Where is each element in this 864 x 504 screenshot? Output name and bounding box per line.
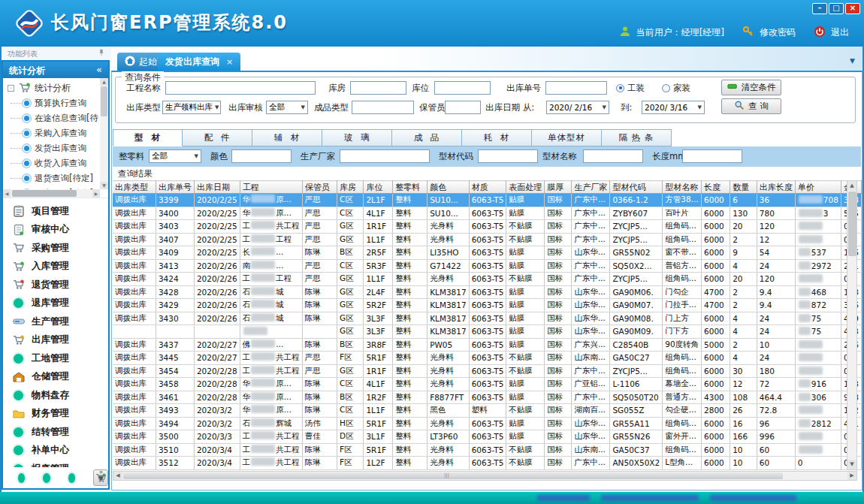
sidebar-item-8[interactable]: 工地管理 (3, 349, 108, 368)
table-row[interactable]: 调拨出库34372020/2/27佛...陈琳B区3R8F整料PW056063-… (113, 338, 862, 352)
table-row[interactable]: 调拨出库34002020/2/25华原...严思C区4L1F整料SU10...6… (113, 207, 862, 220)
scroll-left-icon[interactable]: ◀ (113, 472, 122, 480)
material-tab-3[interactable]: 玻 璃 (322, 129, 392, 146)
tab-shipment-outbound-query[interactable]: 发货出库查询 × (158, 53, 240, 71)
material-tab-4[interactable]: 成 品 (392, 129, 462, 146)
column-header-0[interactable]: 出库类型 (113, 181, 156, 194)
table-row[interactable]: 调拨出库34072020/2/25工工程严思G区1L1F整料光身料6063-T5… (113, 233, 862, 246)
project-name-input[interactable] (165, 81, 316, 95)
scroll-right-icon[interactable]: ▶ (847, 472, 856, 480)
column-header-17[interactable]: 出库长度 (757, 181, 795, 194)
maximize-button[interactable]: □ (829, 3, 844, 14)
tree-root-item[interactable]: - 统计分析 (5, 80, 98, 95)
scroll-right-icon[interactable]: ▶ (92, 189, 100, 198)
whole-part-select[interactable]: 全部▼ (149, 149, 201, 163)
outbound-audit-select[interactable]: 全部▼ (266, 101, 308, 114)
sidebar-item-0[interactable]: 项目管理 (3, 202, 108, 221)
length-input[interactable] (682, 149, 742, 163)
column-header-7[interactable]: 整零料 (393, 181, 427, 194)
warehouse-input[interactable] (350, 81, 406, 95)
sidebar-item-2[interactable]: 采购管理 (3, 239, 108, 258)
tree-item-5[interactable]: 退货查询[待定] (5, 171, 98, 186)
sidebar-item-9[interactable]: 仓储管理 (3, 368, 108, 387)
column-header-18[interactable]: 单价 (795, 181, 841, 194)
sidebar-item-12[interactable]: 结转管理 (3, 423, 108, 442)
column-header-14[interactable]: 型材名称 (663, 181, 702, 194)
column-header-3[interactable]: 工程 (240, 181, 302, 194)
search-button[interactable]: 查 询 (721, 98, 781, 114)
date-from-select[interactable]: 2020/ 2/16▼ (546, 101, 609, 114)
sidebar-item-4[interactable]: 退货管理 (3, 276, 108, 294)
tree-item-3[interactable]: 发货出库查询 (5, 140, 98, 155)
tree-item-4[interactable]: 收货入库查询 (5, 155, 98, 171)
table-row[interactable]: 调拨出库33992020/2/25华原...严思C区2L1F整料SU10...6… (113, 194, 862, 207)
logout-link[interactable]: 退出 (831, 26, 849, 39)
column-header-16[interactable]: 数量 (730, 181, 757, 194)
column-header-15[interactable]: 长度 (702, 181, 730, 194)
column-header-6[interactable]: 库位 (364, 181, 393, 194)
table-row[interactable]: 调拨出库34942020/3/2石辉城汤伟H区5R1F整料光身料6063-T5贴… (113, 417, 862, 430)
sidebar-item-10[interactable]: 物料盘存 (3, 386, 108, 405)
sidebar-item-6[interactable]: 生产管理 (3, 312, 108, 331)
table-row[interactable]: 调拨出库35122020/3/4工共工程陈琳F区1L2F整料光身料6063-T5… (113, 457, 862, 470)
table-row[interactable]: 调拨出库34612020/2/28华原...陈琳B区1R2F整料F8877FT6… (113, 391, 862, 404)
material-tab-1[interactable]: 配 件 (183, 129, 252, 146)
keeper-input[interactable] (445, 101, 481, 114)
close-button[interactable]: × (845, 3, 860, 14)
manufacturer-input[interactable] (340, 149, 430, 163)
scrollbar-thumb[interactable] (12, 190, 77, 197)
material-tab-7[interactable]: 隔 热 条 (602, 129, 672, 146)
order-no-input[interactable] (545, 81, 607, 95)
column-header-1[interactable]: 出库单号 (156, 181, 194, 194)
minimize-button[interactable]: – (812, 3, 827, 14)
change-password-link[interactable]: 修改密码 (760, 26, 796, 39)
collapse-icon[interactable]: « (96, 64, 102, 75)
material-tab-0[interactable]: 型 材 (113, 129, 183, 146)
grid-horizontal-scrollbar[interactable]: ◀ ||| ▶ (113, 471, 857, 481)
table-row[interactable]: 调拨出库34542020/2/28工共工程严思G区1R1F整料光身料6063-T… (113, 364, 862, 378)
more-items-chevron[interactable]: »▼ (98, 469, 104, 482)
tree-item-2[interactable]: 采购入库查询 (5, 125, 98, 140)
clear-conditions-button[interactable]: 清空条件 (721, 80, 781, 95)
scrollbar-thumb[interactable] (101, 86, 107, 116)
column-header-9[interactable]: 材质 (469, 181, 506, 194)
table-row[interactable]: 调拨出库34452020/2/27工共工程严思F区5R1F整料光身料6063-T… (113, 352, 862, 365)
pin-icon[interactable] (98, 49, 105, 58)
sidebar-item-13[interactable]: 补单中心 (3, 442, 108, 460)
column-header-8[interactable]: 颜色 (427, 181, 470, 194)
date-to-select[interactable]: 2020/ 3/16▼ (642, 101, 705, 114)
product-type-input[interactable] (352, 101, 414, 114)
location-input[interactable] (434, 81, 491, 95)
profile-name-input[interactable] (583, 149, 643, 163)
column-header-2[interactable]: 出库日期 (194, 181, 240, 194)
tree-item-1[interactable]: 在途信息查询[待 (5, 110, 98, 125)
tree-vertical-scrollbar[interactable]: ▲ ▼ (100, 78, 108, 189)
scrollbar-thumb[interactable] (848, 192, 856, 256)
quick-dot-icon[interactable] (18, 473, 25, 483)
scroll-left-icon[interactable]: ◀ (3, 189, 11, 198)
quick-dot-icon[interactable] (68, 473, 75, 483)
scroll-up-icon[interactable]: ▲ (847, 181, 856, 191)
table-row[interactable]: 调拨出库34302020/2/26石城陈琳G区3L3F整料KLM38176063… (113, 312, 862, 325)
table-row[interactable]: 调拨出库35002020/3/3工共工程曹佳D区3L1F整料LT3P606063… (113, 430, 862, 444)
column-header-11[interactable]: 膜厚 (545, 181, 572, 194)
table-row[interactable]: 调拨出库34032020/2/25工共工程严思G区1R1F整料光身料6063-T… (113, 220, 862, 234)
scrollbar-thumb[interactable] (123, 472, 783, 479)
material-tab-6[interactable]: 单体型材 (532, 129, 602, 146)
table-row[interactable]: 调拨出库34092020/2/25长...陈琳B区2R5F整料LI35HO606… (113, 246, 862, 260)
radio-jiazhuang[interactable]: 家装 (662, 81, 690, 95)
table-row[interactable]: 调拨出库34282020/2/26石城陈琳G区2L4F整料KLM38176063… (113, 285, 862, 299)
tree-item-0[interactable]: 预算执行查询 (5, 95, 98, 110)
sidebar-item-7[interactable]: 出库管理 (3, 331, 108, 350)
table-row[interactable]: G区3L3F整料KLM38176063-T5贴膜国标山东华...GA90M09.… (113, 325, 862, 339)
tab-close-icon[interactable]: × (226, 57, 233, 67)
sidebar-item-1[interactable]: 审核中心 (3, 221, 108, 240)
sidebar-item-14[interactable]: 报废管理 (3, 460, 108, 467)
column-header-10[interactable]: 表面处理 (506, 181, 545, 194)
outbound-type-select[interactable]: 生产领料出库▼ (162, 101, 221, 114)
tree-horizontal-scrollbar[interactable]: ◀ ▶ (3, 189, 100, 198)
column-header-13[interactable]: 型材代码 (610, 181, 663, 194)
sidebar-item-3[interactable]: 入库管理 (3, 258, 108, 276)
tab-overflow-icon[interactable]: ▼ (850, 57, 855, 65)
table-row[interactable]: 调拨出库34292020/2/26石城陈琳G区5R2F整料KLM38176063… (113, 299, 862, 312)
